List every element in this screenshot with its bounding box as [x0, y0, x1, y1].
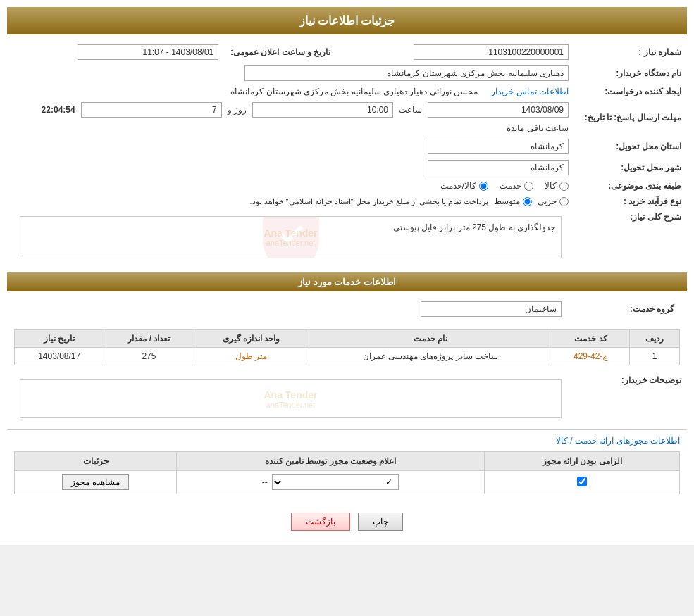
- service-code-link[interactable]: ج-42-429: [574, 351, 608, 361]
- permit-row: ✓ -- مشاهده مجوز: [15, 471, 680, 494]
- category-kala-item: کالا: [545, 181, 569, 191]
- proc-jozii-radio[interactable]: [559, 197, 569, 206]
- buyer-org-label: نام دستگاه خریدار:: [574, 63, 687, 84]
- need-number-value: 1103100220000001: [337, 42, 574, 63]
- unit-link[interactable]: متر طول: [235, 351, 267, 361]
- category-row: کالا خدمت کالا/خدمت: [7, 178, 574, 194]
- buyer-notes-cell: Ana Tender anaTender.net: [7, 372, 574, 425]
- cell-unit: متر طول: [194, 348, 309, 365]
- col-row: ردیف: [629, 330, 679, 348]
- deadline-days-label: روز و: [228, 105, 247, 115]
- deadline-days-field: 7: [81, 102, 222, 118]
- permit-data-table: الزامی بودن ارائه مجوز اعلام وضعیت مجوز …: [14, 451, 680, 494]
- deadline-date-field: 1403/08/09: [428, 102, 569, 118]
- deadline-row: 1403/08/09 ساعت 10:00 روز و 7 22:04:54 س…: [7, 99, 574, 136]
- province-label: استان محل تحویل:: [574, 136, 687, 157]
- proc-jozii-label: جزیی: [538, 196, 557, 206]
- province-value: کرمانشاه: [7, 136, 574, 157]
- description-value-cell: Ana Tender anaTender.net جدولگذاری به طو…: [7, 209, 574, 265]
- need-number-label: شماره نیاز :: [574, 42, 687, 63]
- category-kala-radio[interactable]: [559, 182, 569, 191]
- deadline-remaining-label: ساعت باقی مانده: [507, 123, 569, 133]
- buyer-notes-table: توضیحات خریدار: Ana Tender anaTender.net: [7, 372, 687, 425]
- col-unit: واحد اندازه گیری: [194, 330, 309, 348]
- footer-buttons: چاپ بازگشت: [7, 501, 687, 538]
- procurement-note: پرداخت تمام یا بخشی از مبلغ خریدار محل "…: [249, 197, 488, 206]
- permit-col-details: جزئیات: [15, 452, 177, 471]
- service-group-value-cell: ساختمان: [14, 298, 567, 320]
- info-table: شماره نیاز : 1103100220000001 تاریخ و سا…: [7, 42, 687, 209]
- announcement-date-field: 1403/08/01 - 11:07: [78, 44, 218, 60]
- permit-status-select[interactable]: ✓: [272, 474, 399, 490]
- category-service-item: خدمت: [500, 181, 533, 191]
- service-group-field: ساختمان: [421, 301, 562, 317]
- proc-jozii-item: جزیی: [538, 196, 569, 206]
- need-number-field: 1103100220000001: [414, 44, 569, 60]
- description-table: شرح کلی نیاز: Ana Tender anaTender.net ج…: [7, 209, 687, 265]
- logo-watermark: Ana Tender anaTender.net: [264, 227, 318, 247]
- deadline-remaining: 22:04:54: [42, 105, 75, 115]
- services-section-header: اطلاعات خدمات مورد نیاز: [7, 272, 687, 291]
- services-table-wrapper: ردیف کد خدمت نام خدمت واحد اندازه گیری ت…: [7, 322, 687, 372]
- shield-watermark-icon: [249, 216, 333, 258]
- requester-label: ایجاد کننده درخواست:: [574, 84, 687, 99]
- deadline-label: مهلت ارسال پاسخ: تا تاریخ:: [574, 99, 687, 136]
- table-row: 1 ج-42-429 ساخت سایر پروژه‌های مهندسی عم…: [15, 348, 680, 365]
- cell-row: 1: [629, 348, 679, 365]
- proc-motavaset-label: متوسط: [494, 196, 520, 206]
- col-code: کد خدمت: [552, 330, 630, 348]
- print-button[interactable]: چاپ: [358, 513, 403, 531]
- permit-status-cell: ✓ --: [177, 471, 485, 494]
- announcement-date-label: تاریخ و ساعت اعلان عمومی:: [224, 42, 337, 63]
- permit-required-checkbox[interactable]: [577, 477, 587, 486]
- service-group-label: گروه خدمت:: [567, 298, 680, 320]
- deadline-time-label: ساعت: [399, 105, 422, 115]
- category-label: طبقه بندی موضوعی:: [574, 178, 687, 194]
- service-group-row: گروه خدمت: ساختمان: [7, 296, 687, 322]
- proc-motavaset-radio[interactable]: [523, 197, 532, 206]
- permit-table-wrapper: الزامی بودن ارائه مجوز اعلام وضعیت مجوز …: [7, 448, 687, 501]
- proc-motavaset-item: متوسط: [494, 196, 532, 206]
- page-title: جزئیات اطلاعات نیاز: [299, 15, 395, 27]
- category-both-item: کالا/خدمت: [440, 181, 488, 191]
- description-text: جدولگذاری به طول 275 متر برابر فایل پیوس…: [393, 222, 555, 232]
- services-data-table: ردیف کد خدمت نام خدمت واحد اندازه گیری ت…: [14, 329, 680, 365]
- notes-logo-watermark: Ana Tender anaTender.net: [264, 389, 318, 409]
- city-field: کرمانشاه: [428, 160, 569, 175]
- permit-col-required: الزامی بودن ارائه مجوز: [485, 452, 680, 471]
- requester-value: اطلاعات تماس خریدار محسن نورائی دهیار ده…: [7, 84, 574, 99]
- contact-link[interactable]: اطلاعات تماس خریدار: [491, 87, 569, 96]
- requester-field: محسن نورائی دهیار دهیاری سلیمانیه بخش مر…: [230, 87, 478, 96]
- city-value: کرمانشاه: [7, 157, 574, 178]
- col-name: نام خدمت: [309, 330, 552, 348]
- deadline-time-field: 10:00: [252, 102, 393, 118]
- buyer-notes-label: توضیحات خریدار:: [574, 372, 687, 425]
- buyer-org-field: دهیاری سلیمانیه بخش مرکزی شهرستان کرمانش…: [244, 65, 569, 81]
- page-wrapper: جزئیات اطلاعات نیاز شماره نیاز : 1103100…: [0, 0, 694, 545]
- category-both-radio[interactable]: [479, 182, 488, 191]
- view-permit-button[interactable]: مشاهده مجوز: [62, 474, 128, 490]
- category-service-label: خدمت: [500, 181, 521, 191]
- cell-quantity: 275: [104, 348, 194, 365]
- col-date: تاریخ نیاز: [15, 330, 104, 348]
- page-header: جزئیات اطلاعات نیاز: [7, 7, 687, 34]
- buyer-org-value: دهیاری سلیمانیه بخش مرکزی شهرستان کرمانش…: [7, 63, 574, 84]
- back-button[interactable]: بازگشت: [291, 513, 350, 531]
- category-service-radio[interactable]: [524, 182, 533, 191]
- cell-code: ج-42-429: [552, 348, 630, 365]
- permit-col-status: اعلام وضعیت مجوز توسط تامین کننده: [177, 452, 485, 471]
- permit-section-title[interactable]: اطلاعات مجوزهای ارائه خدمت / کالا: [556, 436, 680, 446]
- procurement-label: نوع فرآیند خرید :: [574, 194, 687, 209]
- description-label: شرح کلی نیاز:: [574, 209, 687, 265]
- procurement-row: جزیی متوسط پرداخت تمام یا بخشی از مبلغ خ…: [7, 194, 574, 209]
- cell-date: 1403/08/17: [15, 348, 104, 365]
- province-field: کرمانشاه: [428, 139, 569, 154]
- description-box: Ana Tender anaTender.net جدولگذاری به طو…: [20, 216, 562, 258]
- announcement-date-value: 1403/08/01 - 11:07: [7, 42, 224, 63]
- cell-name: ساخت سایر پروژه‌های مهندسی عمران: [309, 348, 552, 365]
- col-quantity: تعداد / مقدار: [104, 330, 194, 348]
- category-kala-label: کالا: [545, 181, 557, 191]
- category-both-label: کالا/خدمت: [440, 181, 476, 191]
- buyer-notes-box: Ana Tender anaTender.net: [20, 379, 562, 418]
- permit-required-cell: [485, 471, 680, 494]
